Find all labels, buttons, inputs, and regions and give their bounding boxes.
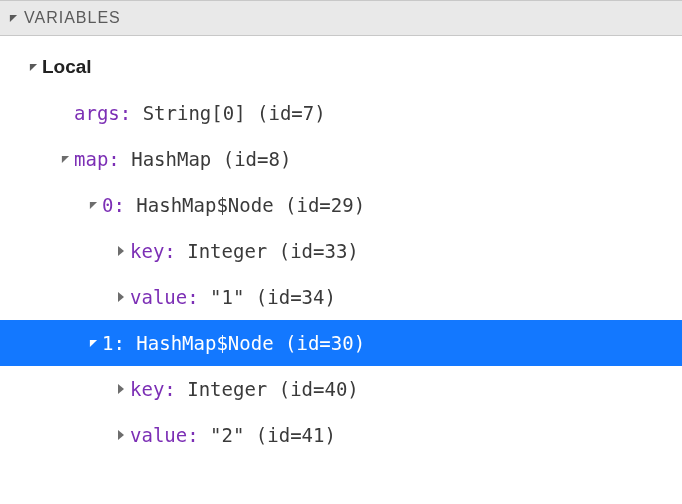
chevron-down-icon <box>24 63 42 72</box>
var-value: "2" (id=41) <box>199 424 336 446</box>
chevron-down-icon <box>84 339 102 348</box>
variables-tree: Local args: String[0] (id=7) map: HashMa… <box>0 36 682 504</box>
var-value: HashMap (id=8) <box>120 148 292 170</box>
scope-label: Local <box>42 56 92 78</box>
chevron-down-icon <box>84 201 102 210</box>
chevron-down-icon <box>56 155 74 164</box>
var-name: value: <box>130 424 199 446</box>
var-map-node-1-value[interactable]: value: "2" (id=41) <box>0 412 682 458</box>
var-name: 1: <box>102 332 125 354</box>
var-map-node-1-key[interactable]: key: Integer (id=40) <box>0 366 682 412</box>
var-name: args: <box>74 102 131 124</box>
var-value: HashMap$Node (id=29) <box>125 194 365 216</box>
var-args[interactable]: args: String[0] (id=7) <box>0 90 682 136</box>
var-map-node-0[interactable]: 0: HashMap$Node (id=29) <box>0 182 682 228</box>
var-value: Integer (id=40) <box>176 378 359 400</box>
var-value: HashMap$Node (id=30) <box>125 332 365 354</box>
panel-title: VARIABLES <box>24 9 121 27</box>
var-name: map: <box>74 148 120 170</box>
chevron-down-icon <box>6 14 20 23</box>
var-value: Integer (id=33) <box>176 240 359 262</box>
var-map-node-0-value[interactable]: value: "1" (id=34) <box>0 274 682 320</box>
var-map-node-1[interactable]: 1: HashMap$Node (id=30) <box>0 320 682 366</box>
chevron-right-icon <box>112 292 130 302</box>
var-value: String[0] (id=7) <box>131 102 325 124</box>
var-name: key: <box>130 378 176 400</box>
variables-header[interactable]: VARIABLES <box>0 0 682 36</box>
chevron-right-icon <box>112 384 130 394</box>
var-value: "1" (id=34) <box>199 286 336 308</box>
chevron-right-icon <box>112 246 130 256</box>
var-map-node-0-key[interactable]: key: Integer (id=33) <box>0 228 682 274</box>
variables-panel: VARIABLES Local args: String[0] (id=7) m… <box>0 0 682 504</box>
var-name: key: <box>130 240 176 262</box>
var-map[interactable]: map: HashMap (id=8) <box>0 136 682 182</box>
var-name: value: <box>130 286 199 308</box>
chevron-right-icon <box>112 430 130 440</box>
var-name: 0: <box>102 194 125 216</box>
scope-local[interactable]: Local <box>0 44 682 90</box>
